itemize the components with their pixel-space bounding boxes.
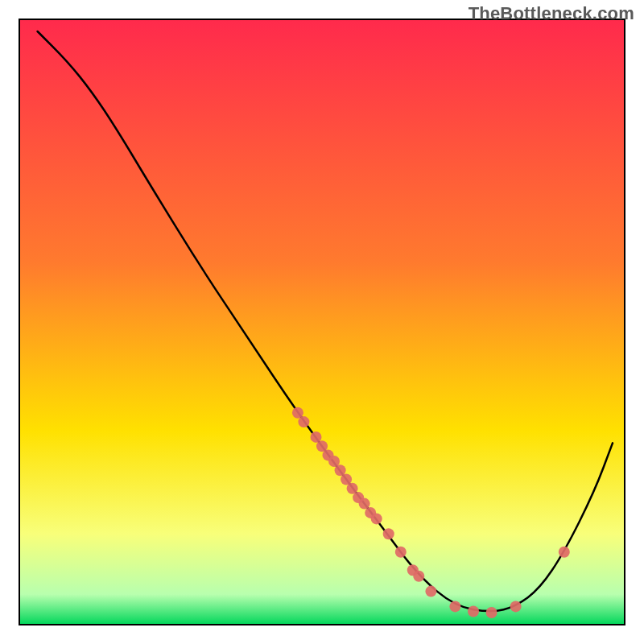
curve-marker — [449, 601, 460, 612]
curve-marker — [371, 513, 382, 524]
watermark-text: TheBottleneck.com — [469, 3, 634, 24]
curve-marker — [425, 586, 436, 597]
curve-marker — [468, 606, 479, 617]
curve-marker — [559, 547, 570, 558]
chart-svg — [0, 0, 644, 644]
plot-background — [19, 19, 625, 625]
curve-marker — [395, 547, 407, 558]
curve-marker — [413, 571, 424, 582]
curve-marker — [298, 416, 309, 427]
curve-marker — [383, 528, 394, 539]
curve-marker — [486, 607, 497, 618]
curve-marker — [510, 601, 522, 612]
chart-container: TheBottleneck.com — [0, 0, 644, 644]
